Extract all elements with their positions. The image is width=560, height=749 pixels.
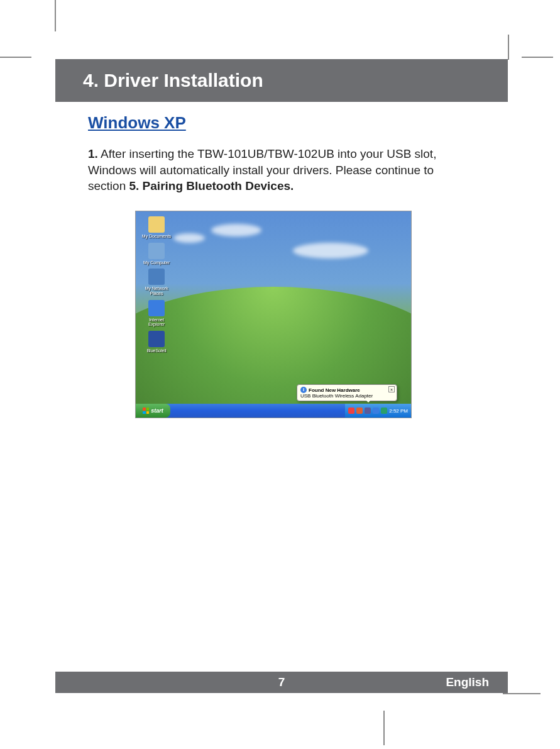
tray-icon[interactable]	[373, 408, 379, 414]
crop-mark	[522, 57, 553, 58]
desktop-icon[interactable]: My Network Places	[141, 269, 172, 296]
desktop-icon-glyph	[148, 216, 165, 233]
system-tray: 2:52 PM	[345, 404, 411, 418]
desktop-icon-glyph	[148, 243, 165, 259]
crop-mark	[383, 711, 385, 745]
balloon-title-text: Found New Hardware	[309, 387, 360, 393]
desktop-icon[interactable]: BlueSoleil	[141, 331, 172, 353]
crop-mark	[508, 35, 509, 60]
subheading-windows-xp: Windows XP	[88, 113, 186, 133]
balloon-close-button[interactable]: ×	[388, 386, 395, 392]
desktop-icon-glyph	[148, 300, 165, 316]
tray-icon[interactable]	[356, 408, 363, 414]
section-title: 4. Driver Installation	[83, 70, 263, 91]
page-number: 7	[278, 675, 285, 689]
footer: 7 English	[55, 672, 508, 693]
section-header: 4. Driver Installation	[55, 59, 508, 102]
start-button[interactable]: start	[136, 404, 170, 418]
step-text-bold: 5. Pairing Bluetooth Devices.	[129, 179, 294, 192]
tray-icon[interactable]	[365, 408, 371, 414]
cloud-graphic	[293, 243, 368, 258]
desktop-icons: My DocumentsMy ComputerMy Network Places…	[141, 216, 172, 353]
desktop-icon[interactable]: My Documents	[141, 216, 172, 239]
desktop-icon-label: My Computer	[143, 260, 170, 265]
desktop-icon[interactable]: My Computer	[141, 243, 172, 265]
desktop-icon-glyph	[148, 331, 165, 347]
windows-logo-icon	[143, 408, 149, 414]
cloud-graphic	[173, 233, 205, 243]
desktop-icon[interactable]: Internet Explorer	[141, 300, 172, 327]
step-number: 1.	[88, 147, 98, 160]
language-label: English	[446, 675, 489, 689]
start-label: start	[151, 408, 163, 414]
tray-icon[interactable]	[381, 408, 387, 414]
info-icon: i	[300, 387, 307, 393]
found-new-hardware-balloon: × i Found New Hardware USB Bluetooth Wir…	[297, 384, 397, 401]
crop-mark	[55, 0, 56, 31]
desktop-icon-label: My Network Places	[141, 286, 172, 296]
balloon-title: i Found New Hardware	[300, 387, 393, 393]
windows-xp-screenshot: My DocumentsMy ComputerMy Network Places…	[135, 211, 412, 418]
tray-clock: 2:52 PM	[389, 408, 408, 414]
desktop-icon-label: BlueSoleil	[146, 348, 166, 353]
crop-mark	[0, 57, 31, 58]
taskbar: start 2:52 PM	[136, 404, 411, 418]
balloon-body: USB Bluetooth Wireless Adapter	[300, 393, 393, 399]
cloud-graphic	[211, 224, 261, 236]
desktop-icon-label: My Documents	[142, 234, 172, 239]
crop-mark	[503, 693, 541, 694]
desktop-icon-label: Internet Explorer	[141, 318, 172, 327]
desktop-icon-glyph	[148, 269, 165, 285]
tray-icon[interactable]	[348, 408, 354, 414]
step-1: 1. After inserting the TBW-101UB/TBW-102…	[88, 146, 446, 194]
